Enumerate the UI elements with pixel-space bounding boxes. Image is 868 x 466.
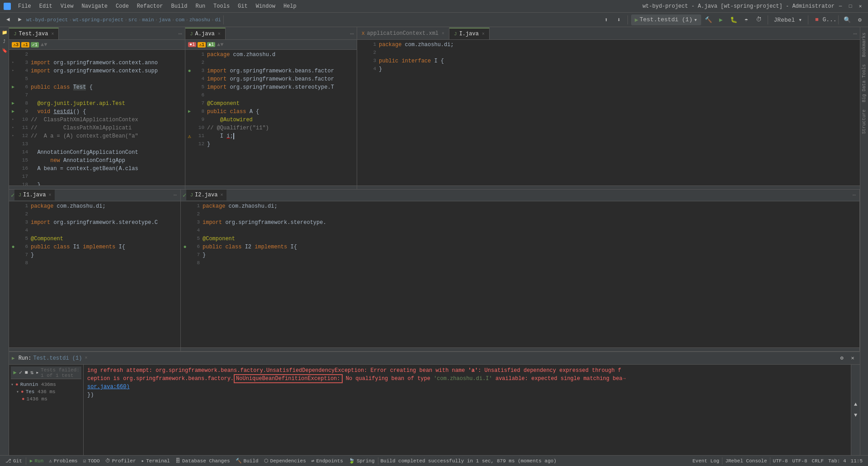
encoding-btn[interactable]: UTF-8 bbox=[771, 458, 790, 464]
fold-all[interactable]: ▲ bbox=[41, 42, 44, 48]
endpoints-btn[interactable]: ⇌ Endpoints bbox=[310, 458, 345, 464]
git-status[interactable]: ⎇ Git bbox=[4, 458, 24, 464]
unfold-all[interactable]: ▼ bbox=[44, 42, 47, 48]
breadcrumb-com[interactable]: com bbox=[175, 17, 184, 23]
rerun-btn[interactable]: ▶ bbox=[13, 368, 17, 377]
settings-button[interactable]: ⚙ bbox=[854, 14, 865, 25]
breadcrumb-project[interactable]: wt-byd-project bbox=[26, 17, 68, 23]
structure-tab[interactable]: Structure bbox=[861, 106, 868, 138]
more-tools[interactable]: G... bbox=[824, 14, 835, 25]
vcs-push-button[interactable]: ⬇ bbox=[613, 14, 624, 25]
menu-code[interactable]: Code bbox=[112, 2, 132, 10]
menu-tools[interactable]: Tools bbox=[210, 2, 233, 10]
maximize-button[interactable]: □ bbox=[846, 2, 854, 10]
menu-refactor[interactable]: Refactor bbox=[133, 2, 167, 10]
menu-build[interactable]: Build bbox=[167, 2, 191, 10]
i1-java-content[interactable]: 1package com.zhaoshu.di; 2 3import org.s… bbox=[9, 201, 180, 348]
i2-tab-menu[interactable]: ⋯ bbox=[851, 192, 858, 199]
run-next-fail[interactable]: ▸ bbox=[35, 368, 40, 377]
tab-menu-btn[interactable]: ⋯ bbox=[176, 28, 185, 39]
build-btn[interactable]: 🔨 Build bbox=[234, 458, 260, 464]
indent-btn[interactable]: Tab: 4 bbox=[826, 458, 848, 464]
i-java-content[interactable]: 1package com.zhaoshu.di; 2 3public inter… bbox=[357, 40, 860, 185]
bigdata-tab[interactable]: Big Data Tools bbox=[861, 61, 868, 106]
breadcrumb-module[interactable]: wt-spring-project bbox=[73, 17, 123, 23]
close-i1[interactable]: × bbox=[48, 193, 51, 198]
i2-java-content[interactable]: 1package com.zhaoshu.di; 2 3import org.s… bbox=[181, 201, 859, 348]
tab-i-java[interactable]: J I.java × bbox=[449, 28, 490, 39]
test-java-hscroll[interactable] bbox=[9, 185, 185, 189]
menu-navigate[interactable]: Navigate bbox=[78, 2, 111, 10]
run-tab[interactable]: Run: Test.testdi (1) × bbox=[19, 355, 88, 361]
close-i-java[interactable]: × bbox=[482, 32, 485, 37]
commit-icon[interactable]: ⤴ bbox=[1, 38, 8, 45]
run-settings-btn[interactable]: ⚙ bbox=[837, 354, 846, 363]
linesep-btn[interactable]: CRLF bbox=[810, 458, 826, 464]
line-col-indicator[interactable]: 11:5 bbox=[849, 458, 864, 464]
breadcrumb-main[interactable]: main bbox=[142, 17, 154, 23]
fold-a[interactable]: ▲ bbox=[217, 42, 220, 48]
coverage-button[interactable]: ☂ bbox=[741, 14, 752, 25]
stop-button[interactable]: ■ bbox=[811, 14, 822, 25]
close-i2[interactable]: × bbox=[220, 193, 223, 198]
close-a-java[interactable]: × bbox=[218, 32, 221, 37]
scroll-up-btn[interactable]: ▲ bbox=[851, 400, 860, 409]
i1-tab-menu[interactable]: ⋯ bbox=[172, 192, 179, 199]
build-button[interactable]: 🔨 bbox=[703, 14, 714, 25]
problems-btn[interactable]: ⚠ Problems bbox=[47, 458, 79, 464]
tab-i1-java[interactable]: J I1.java × bbox=[14, 190, 55, 200]
test-java-content[interactable]: 2 ▸3import org.springframework.context.a… bbox=[9, 50, 185, 185]
run-close-btn[interactable]: ✕ bbox=[848, 354, 857, 363]
run-tree-child[interactable]: ▾ ● Tes 436 ms bbox=[11, 388, 81, 395]
terminal-btn[interactable]: ▸ Terminal bbox=[140, 458, 172, 464]
run-config-dropdown[interactable]: ▶ Test.testdi (1) ▾ bbox=[631, 14, 701, 25]
i2-java-code[interactable]: 1package com.zhaoshu.di; 2 3import org.s… bbox=[181, 201, 859, 348]
run-button[interactable]: ▶ bbox=[716, 14, 726, 25]
profiler-btn[interactable]: ⏱ Profiler bbox=[104, 458, 138, 464]
tab-appctx[interactable]: X applicationContext.xml × bbox=[357, 28, 449, 39]
tab-i2-java[interactable]: J I2.java × bbox=[186, 190, 226, 200]
run-stop-btn[interactable]: ■ bbox=[24, 368, 28, 377]
run-tree-leaf[interactable]: ● 1436 ms bbox=[11, 395, 81, 403]
tab-test-java[interactable]: J Test.java × bbox=[9, 28, 59, 39]
minimize-button[interactable]: ─ bbox=[836, 2, 844, 10]
breadcrumb-zhaoshu[interactable]: zhaoshu bbox=[189, 17, 210, 23]
scroll-down-btn[interactable]: ▼ bbox=[851, 411, 860, 420]
breadcrumb-java[interactable]: java bbox=[159, 17, 170, 23]
right-tab-menu[interactable]: ⋯ bbox=[851, 28, 860, 39]
menu-edit[interactable]: Edit bbox=[36, 2, 56, 10]
menu-help[interactable]: Help bbox=[280, 2, 300, 10]
a-java-code[interactable]: 1package com.zhaoshu.d 2 ●3import org.sp… bbox=[185, 50, 357, 185]
close-appctx[interactable]: × bbox=[442, 31, 444, 36]
bookmarks-tab[interactable]: Bookmarks bbox=[861, 29, 868, 61]
a-java-content[interactable]: 1package com.zhaoshu.d 2 ●3import org.sp… bbox=[185, 50, 357, 185]
menu-file[interactable]: File bbox=[14, 2, 35, 10]
close-test-java[interactable]: × bbox=[51, 32, 54, 37]
menu-run[interactable]: Run bbox=[192, 2, 209, 10]
event-log-btn[interactable]: Event Log bbox=[691, 458, 721, 464]
vcs-update-button[interactable]: ⬆ bbox=[601, 14, 612, 25]
run-status-btn[interactable]: ▶ Run bbox=[28, 458, 45, 464]
breadcrumb-src[interactable]: src bbox=[128, 17, 137, 23]
a-java-tab-menu[interactable]: ⋯ bbox=[348, 28, 357, 39]
a-java-hscroll[interactable] bbox=[185, 185, 357, 189]
profile-button[interactable]: ⏱ bbox=[754, 14, 764, 25]
search-everywhere[interactable]: 🔍 bbox=[842, 14, 853, 25]
spring-btn[interactable]: 🍃 Spring bbox=[347, 458, 377, 464]
project-icon[interactable]: 📁 bbox=[1, 29, 8, 36]
jrebel-console-btn[interactable]: JRebel Console bbox=[723, 458, 769, 464]
right-hscroll[interactable] bbox=[357, 185, 860, 189]
db-changes-btn[interactable]: 🗄 Database Changes bbox=[174, 458, 232, 464]
menu-window[interactable]: Window bbox=[252, 2, 279, 10]
todo-btn[interactable]: ☑ TODO bbox=[81, 458, 102, 464]
i1-java-code[interactable]: 1package com.zhaoshu.di; 2 3import org.s… bbox=[9, 201, 180, 348]
run-all-btn[interactable]: ✓ bbox=[18, 368, 23, 377]
encoding2-btn[interactable]: UTF-8 bbox=[791, 458, 809, 464]
run-sort-btn[interactable]: ⇅ bbox=[29, 368, 34, 377]
tab-a-java[interactable]: J A.java × bbox=[185, 28, 226, 39]
i2-hscroll[interactable] bbox=[181, 347, 859, 351]
run-tree-root[interactable]: ▾ ● Runnin 436ms bbox=[11, 381, 81, 388]
forward-button[interactable]: ► bbox=[14, 14, 25, 25]
dependencies-btn[interactable]: ⬡ Dependencies bbox=[262, 458, 308, 464]
close-button[interactable]: ✕ bbox=[856, 2, 864, 10]
